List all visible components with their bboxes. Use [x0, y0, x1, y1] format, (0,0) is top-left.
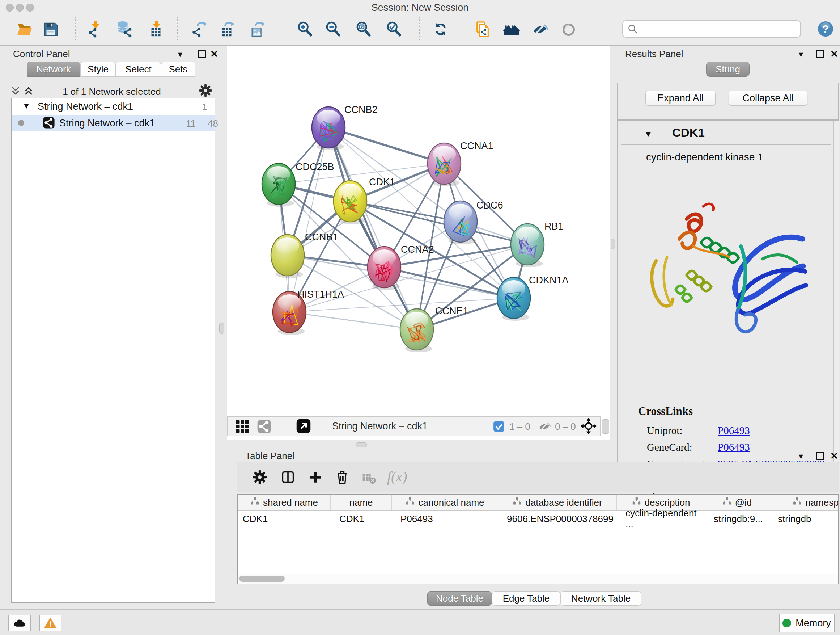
create-column-plus-icon[interactable]: [308, 469, 324, 485]
results-panel-menu-icon[interactable]: ▾: [799, 49, 803, 59]
table-cell[interactable]: cyclin-dependent ...: [617, 511, 705, 526]
node-table[interactable]: shared namenamecanonical namedatabase id…: [237, 494, 838, 584]
export-table-icon[interactable]: [219, 21, 235, 38]
column-header-namespace[interactable]: namespace: [769, 494, 838, 510]
zoom-selected-icon[interactable]: [386, 21, 402, 38]
network-node-ccnb1[interactable]: [271, 234, 304, 276]
zoom-in-icon[interactable]: [297, 21, 313, 38]
network-graph[interactable]: CCNB2CCNA1CDC25BCDK1CDC6RB1CCNB1CCNA2CDK…: [227, 46, 610, 440]
entry-collapse-caret-icon[interactable]: ▼: [644, 129, 653, 139]
crosslink-value-link[interactable]: P06493: [718, 424, 750, 437]
column-header-canonical-name[interactable]: canonical name: [392, 494, 498, 510]
fit-selected-crosshair-icon[interactable]: [580, 418, 597, 434]
table-cell[interactable]: CDK1: [331, 511, 392, 526]
search-input[interactable]: [622, 20, 801, 38]
table-cell[interactable]: CDK1: [238, 511, 331, 526]
scrollbar-thumb[interactable]: [239, 576, 285, 582]
table-cell[interactable]: stringdb: [769, 511, 838, 526]
results-scrollbar-track[interactable]: [834, 121, 839, 469]
zoom-out-icon[interactable]: [325, 21, 341, 38]
import-network-from-database-icon[interactable]: [116, 21, 133, 38]
export-image-icon[interactable]: [249, 21, 266, 38]
show-columns-icon[interactable]: [280, 469, 296, 485]
first-neighbors-icon[interactable]: [503, 21, 520, 38]
table-cell[interactable]: P06493: [392, 511, 498, 526]
navbar-grip[interactable]: [602, 419, 609, 434]
network-row-selected[interactable]: String Network – cdk1 11 48: [11, 115, 215, 131]
table-panel-menu-icon[interactable]: ▾: [799, 451, 803, 461]
control-panel-float-icon[interactable]: [197, 50, 206, 58]
network-node-ccna1[interactable]: [428, 143, 461, 184]
nav-divider: [532, 419, 533, 433]
column-header-shared-name[interactable]: shared name: [238, 494, 331, 510]
hide-selected-icon[interactable]: [532, 21, 548, 38]
network-canvas[interactable]: CCNB2CCNA1CDC25BCDK1CDC6RB1CCNB1CCNA2CDK…: [227, 46, 610, 440]
import-table-icon[interactable]: [148, 21, 164, 38]
column-header-database-identifier[interactable]: database identifier: [498, 494, 617, 510]
network-node-ccnb2[interactable]: [312, 107, 345, 148]
network-node-cdc6[interactable]: [444, 201, 477, 242]
delete-column-trash-icon[interactable]: [334, 469, 350, 485]
expand-all-button[interactable]: Expand All: [645, 90, 715, 106]
table-panel-close-icon[interactable]: ×: [831, 452, 838, 459]
results-panel-float-icon[interactable]: [816, 50, 824, 58]
network-node-cdkn1a[interactable]: [497, 277, 531, 318]
delete-table-icon: [361, 470, 377, 486]
control-panel-title: Control Panel: [13, 49, 70, 60]
column-header--id[interactable]: @id: [705, 494, 769, 510]
network-node-cdk1[interactable]: [333, 181, 367, 222]
tab-sets[interactable]: Sets: [161, 62, 195, 77]
control-panel-menu-icon[interactable]: ▾: [178, 49, 182, 59]
horizontal-splitter-handle[interactable]: [356, 442, 367, 447]
network-node-rb1[interactable]: [511, 224, 544, 265]
tab-network-table[interactable]: Network Table: [561, 591, 641, 606]
duplicate-network-icon[interactable]: [474, 21, 491, 38]
network-edge[interactable]: [328, 127, 444, 164]
show-all-icon[interactable]: [561, 21, 577, 38]
collapse-all-icon[interactable]: [10, 86, 23, 97]
table-row[interactable]: CDK1CDK1P064939606.ENSP00000378699cyclin…: [238, 511, 838, 526]
table-cell[interactable]: stringdb:9...: [705, 511, 769, 526]
warnings-button[interactable]: [39, 615, 62, 631]
tree-collapse-caret-icon[interactable]: ▼: [22, 101, 30, 111]
grid-view-icon[interactable]: [235, 419, 249, 434]
tab-style[interactable]: Style: [80, 62, 116, 77]
selected-checkbox-icon[interactable]: [493, 420, 505, 432]
right-splitter-handle[interactable]: [611, 239, 615, 249]
network-edge[interactable]: [384, 267, 514, 298]
memory-button[interactable]: Memory: [779, 614, 835, 632]
network-edge[interactable]: [289, 127, 328, 312]
network-node-ccne1[interactable]: [400, 309, 433, 350]
network-share-icon[interactable]: [257, 419, 271, 434]
network-node-cdc25b[interactable]: [262, 163, 295, 204]
cloud-status-button[interactable]: [8, 615, 31, 631]
table-cell[interactable]: 9606.ENSP00000378699: [498, 511, 617, 526]
zoom-fit-icon[interactable]: [355, 21, 372, 38]
toolbar-separator: [461, 17, 461, 41]
export-network-icon[interactable]: [191, 21, 208, 38]
network-options-gear-icon[interactable]: [198, 83, 213, 98]
open-session-icon[interactable]: [16, 21, 33, 38]
table-horizontal-scrollbar[interactable]: [238, 574, 838, 584]
tab-node-table[interactable]: Node Table: [427, 591, 492, 606]
network-node-ccna2[interactable]: [368, 247, 401, 288]
network-collection-row[interactable]: ▼ String Network – cdk1 1: [11, 98, 215, 115]
table-options-gear-icon[interactable]: [252, 469, 268, 485]
collapse-all-button[interactable]: Collapse All: [729, 90, 807, 106]
refresh-layout-icon[interactable]: [432, 21, 449, 38]
left-splitter-handle[interactable]: [219, 323, 224, 334]
tab-edge-table[interactable]: Edge Table: [492, 591, 561, 606]
import-network-icon[interactable]: [87, 21, 104, 38]
network-edge[interactable]: [289, 312, 417, 329]
control-panel-close-icon[interactable]: ×: [210, 50, 218, 57]
help-button[interactable]: ?: [817, 20, 834, 38]
column-header-name[interactable]: name: [331, 494, 392, 510]
tab-select[interactable]: Select: [116, 62, 161, 77]
collection-count: 1: [202, 101, 207, 112]
results-panel-close-icon[interactable]: ×: [831, 50, 838, 57]
tab-network[interactable]: Network: [27, 62, 80, 77]
save-session-icon[interactable]: [42, 21, 59, 38]
table-panel-float-icon[interactable]: [816, 452, 824, 460]
open-in-window-icon[interactable]: [296, 418, 311, 434]
tab-string[interactable]: String: [706, 62, 750, 77]
